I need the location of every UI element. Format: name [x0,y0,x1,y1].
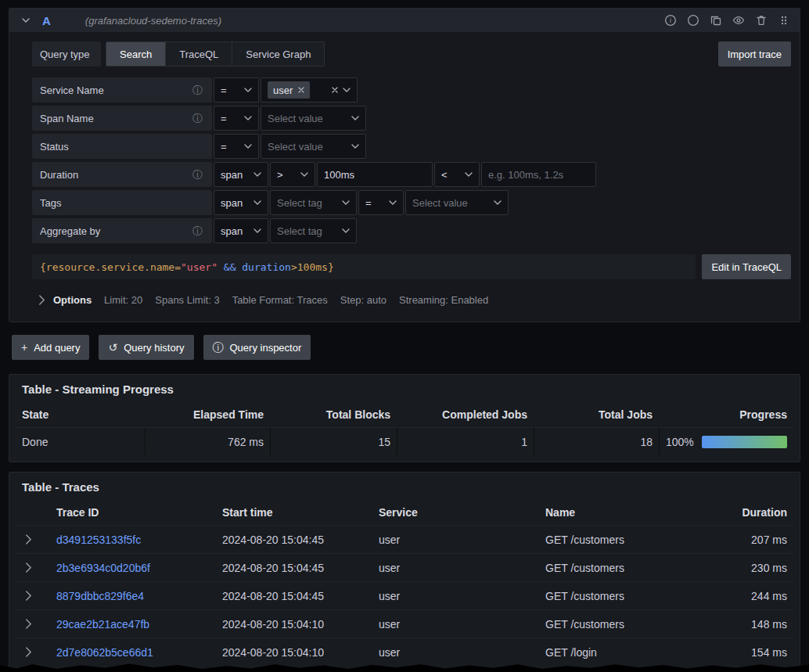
filter-row-service-name: Service Name ⓘ = user [32,77,791,102]
trace-id-link[interactable]: 29cae2b21ace47fb [56,618,149,631]
table-row: 2b3e6934c0d20b6f 2024-08-20 15:04:45 use… [16,553,793,581]
explore-screen: A (grafanacloud-sedemo-traces) i [0,0,809,672]
state-cell: Done [16,427,145,455]
options-streaming: Streaming: Enabled [399,294,488,306]
collapse-chevron-icon[interactable] [22,18,30,23]
status-operator-select[interactable]: = [214,134,259,159]
chevron-down-icon [253,172,261,177]
trace-id-link[interactable]: 2d7e8062b5ce66d1 [56,646,153,659]
chevron-down-icon [389,200,397,205]
tags-value-select[interactable]: Select value [405,190,509,215]
info-icon[interactable]: ⓘ [192,226,203,236]
service-cell: user [372,646,539,659]
duration-cell: 244 ms [706,590,793,602]
query-ref-id[interactable]: A [42,14,51,27]
info-icon[interactable]: ⓘ [192,113,203,124]
column-header-start-time[interactable]: Start time [216,500,372,525]
aggregate-by-label: Aggregate by ⓘ [32,218,212,243]
tab-service-graph[interactable]: Service Graph [232,42,324,66]
tab-traceql[interactable]: TraceQL [166,42,232,66]
chevron-down-icon [351,116,359,120]
chevron-down-icon [244,144,252,149]
tags-scope-select[interactable]: span [214,190,268,215]
info-icon[interactable]: ⓘ [192,85,203,95]
trace-id-link[interactable]: 2b3e6934c0d20b6f [56,562,150,574]
service-name-value-pill[interactable]: user [268,81,310,99]
filter-row-aggregate-by: Aggregate by ⓘ span Select tag [32,218,791,243]
name-cell: GET /login [539,646,706,659]
drag-handle-icon[interactable] [778,14,790,27]
query-history-button[interactable]: ↺ Query history [99,335,193,360]
span-name-label: Span Name ⓘ [32,106,212,131]
traces-panel: Table - Traces Trace ID Start time Servi… [9,472,800,672]
expand-row-button[interactable] [16,591,50,601]
name-cell: GET /customers [539,562,706,574]
column-header-progress[interactable]: Progress [659,402,793,427]
edit-in-traceql-button[interactable]: Edit in TraceQL [702,254,791,279]
column-header-total-jobs[interactable]: Total Jobs [534,402,659,427]
column-header-total-blocks[interactable]: Total Blocks [270,402,397,427]
copy-icon[interactable] [710,14,722,27]
aggregate-by-scope-select[interactable]: span [214,218,268,243]
import-trace-button[interactable]: Import trace [718,41,791,66]
service-cell: user [372,534,539,546]
code-token: "user" [181,261,218,273]
datasource-name: (grafanacloud-sedemo-traces) [85,15,221,27]
start-time-cell: 2024-08-20 15:04:45 [216,562,372,574]
span-name-operator-select[interactable]: = [214,106,259,131]
eye-icon[interactable] [732,14,745,27]
trace-id-link[interactable]: d3491253133f5fc [56,534,141,546]
aggregate-by-tag-select[interactable]: Select tag [270,218,357,243]
add-query-button[interactable]: + Add query [12,335,89,360]
query-editor-card: A (grafanacloud-sedemo-traces) i [9,8,800,322]
trace-id-link[interactable]: 8879dbbc829f6e4 [56,590,144,602]
filter-row-span-name: Span Name ⓘ = Select value [32,106,791,131]
column-header-state[interactable]: State [16,402,145,427]
start-time-cell: 2024-08-20 15:04:10 [216,618,372,631]
service-name-operator-select[interactable]: = [214,77,259,102]
status-label: Status [32,134,212,159]
code-token: duration [242,261,291,273]
service-name-value-select[interactable]: user [261,77,358,102]
column-header-completed-jobs[interactable]: Completed Jobs [397,402,534,427]
remove-value-icon[interactable] [298,87,304,93]
duration-max-input[interactable] [481,162,596,187]
filter-row-tags: Tags span Select tag = Select value [32,190,791,215]
progress-cell: 100% [659,427,793,455]
status-value-select[interactable]: Select value [261,134,366,159]
start-time-cell: 2024-08-20 15:04:45 [216,590,372,602]
expand-row-button[interactable] [16,619,50,629]
duration-cell: 207 ms [706,534,793,546]
info-circle-icon[interactable]: i [664,14,677,27]
column-header-duration[interactable]: Duration [706,500,793,525]
column-header-name[interactable]: Name [539,500,706,525]
query-header: A (grafanacloud-sedemo-traces) i [9,9,800,32]
tags-operator-select[interactable]: = [358,190,404,215]
query-inspector-button[interactable]: ⓘ Query inspector [203,335,311,360]
chevron-right-icon [25,647,32,657]
tab-search[interactable]: Search [106,42,166,66]
chevron-down-icon [300,172,308,177]
expand-row-button[interactable] [16,647,50,657]
tags-tag-select[interactable]: Select tag [270,190,357,215]
column-header-elapsed-time[interactable]: Elapsed Time [145,402,270,427]
expand-row-button[interactable] [16,534,50,544]
info-icon[interactable]: ⓘ [192,170,203,180]
duration-min-input[interactable] [317,162,433,187]
service-name-label: Service Name ⓘ [32,77,212,102]
expand-row-button[interactable] [16,562,50,573]
span-name-value-select[interactable]: Select value [261,106,366,131]
chevron-down-icon [494,200,502,205]
clear-all-icon[interactable] [332,87,338,93]
trash-icon[interactable] [755,14,768,27]
column-header-trace-id[interactable]: Trace ID [50,500,216,525]
query-type-row: Query type Search TraceQL Service Graph … [32,41,791,66]
duration-max-operator-select[interactable]: < [434,162,480,187]
options-collapse-row[interactable]: Options Limit: 20 Spans Limit: 3 Table F… [32,289,791,311]
code-token: > [291,261,297,273]
chevron-right-icon [25,619,32,629]
duration-scope-select[interactable]: span [214,162,268,187]
column-header-service[interactable]: Service [372,500,539,525]
duration-min-operator-select[interactable]: > [270,162,315,187]
circle-icon[interactable] [687,14,699,27]
